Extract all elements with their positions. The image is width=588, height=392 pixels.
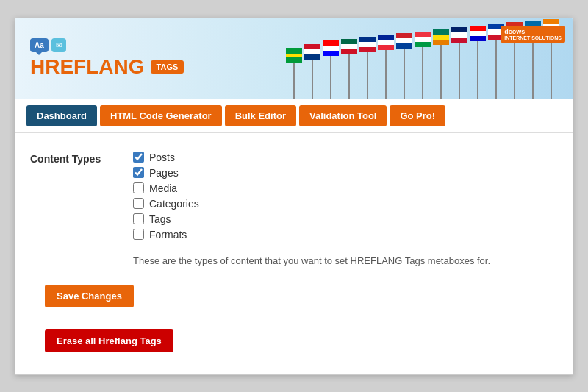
nav-html-code-generator[interactable]: HTML Code Generator — [100, 105, 222, 126]
checkbox-formats[interactable]: Formats — [133, 229, 199, 240]
checkbox-categories-label: Categories — [149, 198, 199, 210]
svg-rect-18 — [359, 42, 376, 47]
nav-validation-tool[interactable]: Validation Tool — [299, 105, 387, 126]
erase-all-button[interactable]: Erase all Hreflang Tags — [45, 329, 173, 352]
svg-rect-17 — [359, 37, 376, 42]
checkbox-posts[interactable]: Posts — [133, 152, 199, 163]
checkbox-media[interactable]: Media — [133, 182, 199, 194]
checkbox-categories-input[interactable] — [133, 198, 144, 209]
svg-rect-30 — [415, 37, 431, 42]
aa-bubble: Aa — [30, 38, 49, 52]
page-wrapper: Aa ✉ HREFLANG TAGS — [15, 18, 573, 375]
nav-dashboard[interactable]: Dashboard — [26, 105, 97, 126]
tags-badge: TAGS — [151, 60, 184, 74]
checkbox-tags-input[interactable] — [133, 213, 144, 224]
checkbox-formats-input[interactable] — [133, 229, 144, 240]
svg-rect-7 — [304, 54, 320, 60]
header-banner: Aa ✉ HREFLANG TAGS — [15, 18, 573, 99]
svg-rect-14 — [341, 44, 357, 49]
hreflang-logo: HREFLANG — [30, 55, 145, 79]
checkbox-pages-label: Pages — [149, 167, 179, 179]
svg-rect-31 — [415, 42, 431, 47]
svg-rect-39 — [451, 38, 467, 43]
svg-rect-5 — [304, 44, 320, 49]
dcows-logo: dcows INTERNET SOLUTIONS — [501, 26, 565, 43]
logo-icons: Aa ✉ — [30, 38, 66, 52]
svg-rect-3 — [286, 57, 302, 63]
checkbox-pages-input[interactable] — [133, 167, 144, 178]
svg-rect-34 — [433, 35, 449, 40]
content-types-section: Content Types Posts Pages Media Categori… — [30, 152, 558, 240]
mail-bubble: ✉ — [51, 38, 66, 52]
svg-rect-42 — [470, 31, 486, 36]
svg-rect-23 — [378, 45, 394, 50]
logo-text: HREFLANG TAGS — [30, 55, 184, 79]
svg-rect-29 — [415, 32, 431, 37]
checkbox-tags-label: Tags — [149, 213, 171, 225]
svg-rect-2 — [286, 54, 302, 57]
svg-rect-1 — [286, 48, 302, 54]
nav-bar: Dashboard HTML Code Generator Bulk Edito… — [15, 99, 573, 133]
checkbox-tags[interactable]: Tags — [133, 213, 199, 225]
svg-rect-26 — [396, 38, 412, 43]
nav-bulk-editor[interactable]: Bulk Editor — [225, 105, 296, 126]
checkboxes-area: Posts Pages Media Categories Tags — [133, 152, 199, 240]
checkbox-media-input[interactable] — [133, 182, 144, 193]
svg-rect-15 — [341, 49, 357, 54]
main-content: Content Types Posts Pages Media Categori… — [15, 133, 573, 374]
save-changes-button[interactable]: Save Changes — [45, 285, 134, 307]
checkbox-media-label: Media — [149, 182, 177, 194]
checkbox-pages[interactable]: Pages — [133, 167, 199, 179]
svg-rect-27 — [396, 43, 412, 49]
svg-rect-22 — [378, 40, 394, 45]
svg-rect-13 — [341, 39, 357, 44]
svg-rect-10 — [323, 46, 339, 51]
description-text: These are the types of content that you … — [133, 255, 501, 266]
nav-go-pro[interactable]: Go Pro! — [390, 105, 445, 126]
checkbox-categories[interactable]: Categories — [133, 198, 199, 210]
checkbox-formats-label: Formats — [149, 229, 187, 240]
svg-rect-57 — [543, 19, 559, 24]
content-types-label: Content Types — [30, 152, 104, 165]
svg-rect-33 — [433, 29, 449, 35]
svg-rect-43 — [470, 36, 486, 41]
svg-rect-35 — [433, 40, 449, 45]
checkbox-posts-label: Posts — [149, 152, 175, 163]
svg-rect-38 — [451, 32, 467, 38]
svg-rect-21 — [378, 35, 394, 40]
svg-rect-37 — [451, 27, 467, 32]
svg-rect-19 — [359, 47, 376, 52]
svg-rect-25 — [396, 33, 412, 38]
svg-rect-6 — [304, 49, 320, 54]
svg-rect-53 — [525, 21, 541, 26]
checkbox-posts-input[interactable] — [133, 152, 144, 163]
svg-rect-41 — [470, 26, 486, 31]
header-logo-area: Aa ✉ HREFLANG TAGS — [30, 38, 184, 79]
svg-rect-9 — [323, 40, 339, 46]
svg-rect-11 — [323, 51, 339, 56]
